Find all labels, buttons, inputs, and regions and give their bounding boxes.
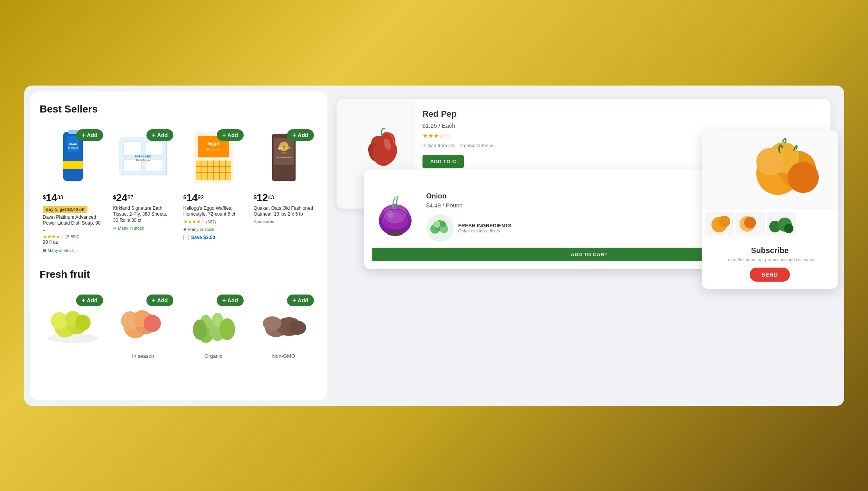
- fresh-ingredients-title: FRESH INGREDIENTS: [458, 223, 512, 229]
- dish-soap-name: Dawn Platinum Advanced Power Liquid Dish…: [43, 214, 103, 233]
- svg-rect-7: [124, 142, 141, 155]
- svg-point-52: [289, 321, 306, 335]
- svg-point-48: [219, 318, 235, 340]
- oatmeal-image-wrapper: QUAKER OATS OLD FASHIONED Q Add: [254, 126, 314, 189]
- fruit-3-image: Add: [184, 291, 244, 350]
- product-oatmeal: QUAKER OATS OLD FASHIONED Q Add $1243 Qu…: [251, 123, 317, 257]
- herbs-image: [426, 214, 454, 242]
- product-dish-soap: DAWN PLATINUM Add $1433 Buy 1, get $2.40…: [40, 123, 106, 257]
- svg-point-60: [718, 216, 730, 227]
- dish-soap-stars: ★★★★☆ (3.85K): [43, 234, 103, 239]
- dish-soap-weight: 90 fl oz: [43, 239, 103, 246]
- svg-point-69: [387, 231, 403, 236]
- fruit-3-label: Organic: [184, 353, 244, 359]
- waffles-price: $1492: [184, 192, 244, 204]
- pepper-add-to-cart-button[interactable]: ADD TO C: [422, 155, 464, 168]
- onion-image-area: [372, 193, 419, 240]
- add-dish-soap-button[interactable]: Add: [76, 129, 103, 141]
- save-label: Save $2.50: [191, 235, 215, 240]
- fresh-fruit-grid: Add Add In season: [40, 288, 317, 362]
- svg-text:Eggo: Eggo: [208, 141, 219, 146]
- product-waffles: Eggo Homestyle Add $14: [180, 123, 247, 257]
- svg-point-75: [433, 221, 440, 228]
- add-waffles-button[interactable]: Add: [217, 129, 244, 141]
- fruit-2-label: In season: [113, 353, 173, 359]
- svg-text:Q: Q: [282, 145, 285, 149]
- main-container: Best Sellers DAWN PLATINUM Add $14: [24, 86, 844, 406]
- card-stack: Red Pep $1.25 / Each ★★★☆☆ Picked from v…: [333, 91, 838, 400]
- tomato-image-area: [702, 130, 838, 209]
- thumbnail-2: [736, 212, 765, 236]
- tomato-thumbnails: [702, 209, 838, 239]
- dish-soap-price: $1433: [43, 192, 103, 204]
- products-grid: DAWN PLATINUM Add $1433 Buy 1, get $2.40…: [40, 123, 317, 257]
- fresh-ingredients-subtitle: Only fresh ingredients: [458, 229, 512, 233]
- oatmeal-name: Quaker, Oats Old Fashioned Oatmeal, 10 l…: [254, 205, 314, 218]
- waffles-stock: Many in stock: [184, 226, 244, 232]
- svg-rect-8: [145, 142, 163, 155]
- pepper-price: $1.25 / Each: [422, 122, 823, 129]
- send-button[interactable]: SEND: [750, 268, 790, 282]
- fresh-fruit-title: Fresh fruit: [40, 268, 317, 280]
- fruit-card-2: Add In season: [110, 288, 176, 362]
- thumbnail-3: [766, 212, 796, 236]
- product-bath-tissue: KIRKLAND Bath Tissue Add $2487 Kirkland …: [110, 123, 176, 257]
- add-bath-tissue-button[interactable]: Add: [146, 129, 173, 141]
- subscribe-section: Subscribe Learn first about our promotio…: [702, 239, 838, 289]
- svg-point-57: [788, 162, 819, 193]
- svg-text:KIRKLAND: KIRKLAND: [135, 155, 151, 158]
- svg-text:OLD FASHIONED: OLD FASHIONED: [276, 156, 292, 159]
- svg-rect-62: [744, 217, 756, 229]
- dish-soap-image-wrapper: DAWN PLATINUM Add: [43, 126, 103, 189]
- dish-soap-promo: Buy 1, get $2.40 off: [43, 206, 87, 213]
- fruit-2-image: Add: [113, 291, 173, 350]
- add-fruit-3-button[interactable]: Add: [217, 295, 244, 306]
- subscribe-title: Subscribe: [709, 246, 831, 255]
- svg-point-51: [263, 316, 282, 330]
- fruit-4-label: Non-GMO: [254, 353, 314, 359]
- add-fruit-2-button[interactable]: Add: [146, 295, 173, 306]
- onion-svg: [374, 195, 417, 238]
- waffles-image-wrapper: Eggo Homestyle Add: [184, 126, 244, 189]
- subscribe-subtitle: Learn first about our promotions and dis…: [709, 257, 831, 262]
- add-fruit-4-button[interactable]: Add: [287, 295, 314, 306]
- svg-point-42: [144, 315, 161, 332]
- svg-point-47: [193, 320, 207, 340]
- oatmeal-sponsored: Sponsored: [254, 219, 314, 224]
- best-sellers-title: Best Sellers: [40, 103, 317, 115]
- right-panel: Red Pep $1.25 / Each ★★★☆☆ Picked from v…: [333, 86, 844, 406]
- subscribe-card: Subscribe Learn first about our promotio…: [702, 130, 838, 289]
- svg-point-35: [51, 312, 68, 329]
- fruit-1-image: Add: [43, 291, 103, 350]
- add-oatmeal-button[interactable]: Add: [287, 129, 314, 141]
- thumbnail-1: [705, 212, 734, 236]
- svg-text:Homestyle: Homestyle: [207, 148, 220, 151]
- fruit-card-1: Add: [40, 288, 106, 362]
- svg-point-65: [784, 224, 793, 233]
- fruit-card-3: Add Organic: [180, 288, 247, 362]
- svg-point-32: [48, 334, 98, 343]
- left-panel: Best Sellers DAWN PLATINUM Add $14: [30, 91, 327, 400]
- waffles-name: Kellogg's Eggo Waffles, Homestyle, 72-co…: [184, 205, 244, 218]
- svg-text:Bath Tissue: Bath Tissue: [136, 159, 150, 162]
- svg-text:OATS: OATS: [281, 152, 287, 154]
- svg-point-37: [75, 315, 91, 330]
- bath-tissue-stock: Many in stock: [113, 225, 173, 231]
- pepper-title: Red Pep: [422, 109, 823, 119]
- bath-tissue-name: Kirkland Signature Bath Tissue, 2-Ply, 3…: [113, 205, 173, 224]
- bath-tissue-svg: KIRKLAND Bath Tissue: [118, 136, 169, 179]
- add-fruit-1-button[interactable]: Add: [76, 295, 103, 306]
- bath-tissue-image-wrapper: KIRKLAND Bath Tissue Add: [113, 126, 173, 189]
- bath-tissue-price: $2487: [113, 192, 173, 204]
- dish-soap-stock: Many in stock: [43, 247, 103, 254]
- svg-rect-1: [63, 161, 83, 169]
- fruit-card-4: Add Non-GMO: [251, 288, 317, 362]
- save-checkbox-input[interactable]: [184, 235, 189, 240]
- waffles-stars: ★★★★☆ (687): [184, 219, 244, 225]
- svg-text:DAWN: DAWN: [69, 143, 77, 145]
- waffles-save: Save $2.50: [184, 235, 244, 240]
- fruit-4-image: Add: [254, 291, 314, 350]
- svg-point-76: [440, 221, 446, 227]
- tomatoes-svg: [715, 134, 825, 205]
- svg-text:PLATINUM: PLATINUM: [68, 147, 78, 149]
